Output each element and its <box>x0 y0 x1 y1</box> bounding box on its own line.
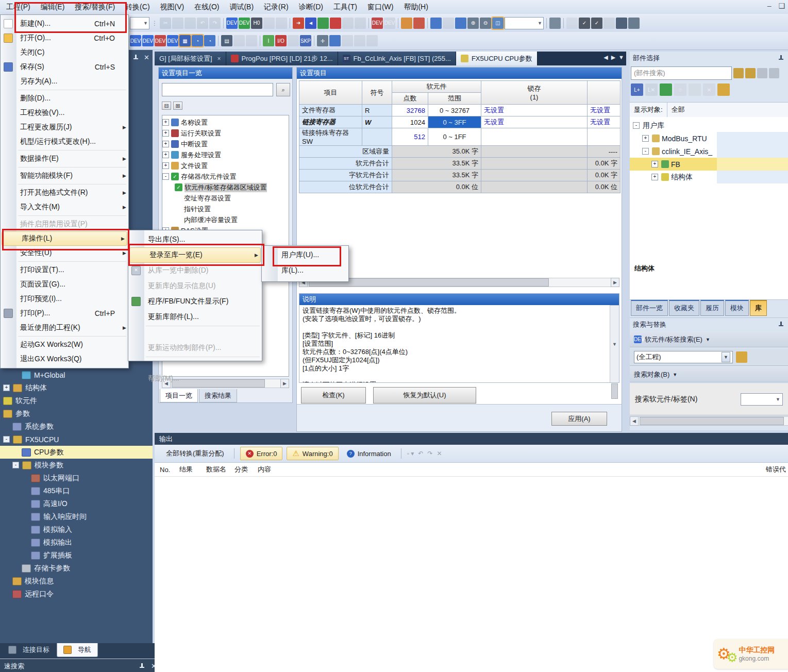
setting-tree-item[interactable]: + 文件设置 <box>162 160 289 171</box>
device-entry1-icon[interactable]: DEV <box>130 35 141 46</box>
tab-navigation[interactable]: 导航 <box>57 643 98 657</box>
toolbar-icon[interactable] <box>563 18 564 28</box>
menu-print-preview[interactable]: 打印预览(I)... <box>1 292 128 306</box>
cross-reference-icon[interactable] <box>413 18 425 29</box>
menu-page-setup[interactable]: 页面设置(G)... <box>1 277 128 292</box>
nav-fx5ucpu[interactable]: - FX5UCPU <box>0 433 153 446</box>
search-device-combo[interactable]: ▼ <box>741 393 783 406</box>
clock-setting1-icon[interactable]: ◔ <box>192 35 203 46</box>
folder-icon[interactable] <box>689 83 701 96</box>
edit-test-icon[interactable]: I <box>263 35 274 46</box>
capture-icon[interactable] <box>549 18 561 29</box>
device-entry2-icon[interactable]: DEV <box>142 35 154 46</box>
menu-project[interactable]: 工程(P) <box>1 1 36 13</box>
redo-icon[interactable]: ↷ <box>209 18 221 29</box>
nav-system-parameter[interactable]: 系统参数 <box>0 420 153 433</box>
nav-analog-input[interactable]: 模拟输入 <box>0 523 153 536</box>
zoom-level-combo[interactable]: ▼ <box>505 17 544 29</box>
search-mode-row[interactable]: DEV 软元件/标签搜索(E)▼ <box>630 332 788 347</box>
menu-open-other-format[interactable]: 打开其他格式文件(R) ▶ <box>1 186 128 200</box>
error-filter-button[interactable]: ✕ Error:0 <box>240 447 283 460</box>
nav-remote-password[interactable]: 远程口令 <box>0 587 153 600</box>
menu-convert[interactable]: 转换(C) <box>120 1 155 13</box>
setting-tree-item[interactable]: 指针设置 <box>162 204 289 214</box>
toolbar-icon[interactable] <box>368 18 369 28</box>
device-entry4-icon[interactable]: DEV <box>167 35 178 46</box>
maximize-button[interactable]: ❑ <box>778 2 785 10</box>
tab-fx5ucpu-cpu-param[interactable]: FX5UCPU CPU参数 <box>456 52 538 65</box>
collapse-all-icon[interactable]: ⊟ <box>162 102 171 110</box>
submenu-update-library-display-info[interactable]: 更新库的显示信息(U) <box>128 278 262 294</box>
find-next-icon[interactable] <box>733 68 744 78</box>
menu-view[interactable]: 视图(V) <box>155 1 190 13</box>
menu-diagnostics[interactable]: 诊断(D) <box>294 1 328 13</box>
submenu-update-library-parts[interactable]: 更新库部件(L)... <box>128 309 262 325</box>
monitor-find-icon[interactable] <box>329 35 341 46</box>
device-monitor-icon[interactable]: DEV <box>239 18 250 29</box>
toolbar-icon[interactable] <box>546 18 547 28</box>
export-library-icon[interactable] <box>717 83 730 96</box>
description-vscrollbar[interactable]: ▲ ▼ <box>610 305 619 382</box>
read-from-plc-icon[interactable]: ➜ <box>293 18 304 29</box>
setting-tree-item[interactable]: + 运行关联设置 <box>162 128 289 139</box>
gray-tool3-icon[interactable] <box>342 35 353 46</box>
menu-search-replace[interactable]: 搜索/替换(F) <box>70 1 120 13</box>
nav-cpu-parameter[interactable]: CPU参数 <box>0 446 153 459</box>
device-gray2-icon[interactable] <box>276 18 287 29</box>
convert-all-button[interactable]: 全部转换(重新分配) <box>162 447 228 460</box>
tree-structure[interactable]: + 结构体 <box>630 171 788 183</box>
menu-debug[interactable]: 调试(B) <box>224 1 259 13</box>
tab-connection-destination[interactable]: 连接目标 <box>2 643 56 657</box>
setting-tree-item[interactable]: - ✓ 存储器/软元件设置 <box>162 171 289 182</box>
import-library-icon[interactable] <box>660 83 672 96</box>
information-filter-button[interactable]: ? Information <box>343 447 395 460</box>
device-batch-icon[interactable]: DEV <box>372 18 383 29</box>
delete-element-icon[interactable]: L✕ <box>645 83 658 96</box>
table-row[interactable]: 链接寄存器W 10240 ~ 3FF 无设置无设置 <box>299 116 621 128</box>
submenu-update-motion-parts[interactable]: 更新运动控制部件(P)... <box>128 340 262 356</box>
device-skip-icon[interactable]: SKP <box>300 35 311 46</box>
toolbar-icon[interactable] <box>260 36 260 46</box>
toolbar-icon[interactable] <box>398 18 398 28</box>
tab-progpou[interactable]: ProgPou [PRG] [LD] 21步 12... <box>226 52 338 65</box>
remove-icon[interactable]: ✕ <box>703 83 715 96</box>
screen1-icon[interactable] <box>430 18 442 29</box>
tab-module[interactable]: 模块 <box>725 300 749 316</box>
menu-help[interactable]: 帮助(H) <box>398 1 433 13</box>
gray-tool2-icon[interactable] <box>246 35 257 46</box>
nav-high-speed-io[interactable]: 高速I/O <box>0 497 153 510</box>
submenu-register-to-library-list[interactable]: 登录至库一览(E) ▶ <box>129 247 261 263</box>
toolbar-icon[interactable] <box>223 18 224 28</box>
tab-library[interactable]: 库 <box>750 300 767 316</box>
menu-edit[interactable]: 编辑(E) <box>36 1 70 13</box>
tree-modbus-rtu[interactable]: + ModBus_RTU <box>630 132 788 145</box>
monitor-write-icon[interactable] <box>616 18 627 29</box>
comment-display-icon[interactable] <box>401 18 412 29</box>
menu-recent-projects[interactable]: 最近使用的工程(K) ▶ <box>1 321 128 335</box>
menu-item[interactable] <box>128 325 262 340</box>
apply-button[interactable]: 应用(A) <box>551 412 607 426</box>
minimize-button[interactable]: – <box>767 2 772 10</box>
zoom-out-icon[interactable]: ⊖ <box>480 18 491 29</box>
gear-gray-icon[interactable] <box>288 35 299 46</box>
menu-save[interactable]: 保存(S) Ctrl+S <box>1 60 128 74</box>
search-scope-combo[interactable]: (全工程)▼ <box>634 351 733 363</box>
cut-icon[interactable]: ✂ <box>160 18 171 29</box>
gray-tool1-icon[interactable] <box>233 35 245 46</box>
find-gray1-icon[interactable] <box>342 18 354 29</box>
search-binoculars-icon[interactable]: ⌕ <box>276 83 290 96</box>
submenu-user-library[interactable]: 用户库(U)... <box>262 247 348 263</box>
menu-new[interactable]: 新建(N)... Ctrl+N <box>1 16 128 31</box>
menu-tools[interactable]: 工具(T) <box>328 1 362 13</box>
warning-filter-button[interactable]: ⚠ Warning:0 <box>287 447 338 460</box>
gray-tool4-icon[interactable] <box>354 35 365 46</box>
tree-fb-folder[interactable]: + FB <box>630 158 788 171</box>
document-icon[interactable]: ▤ <box>221 35 232 46</box>
pin-icon[interactable] <box>133 55 139 60</box>
toolbar-icon[interactable] <box>427 18 428 28</box>
menu-library-operation[interactable]: 库操作(L) ▶ <box>2 231 127 246</box>
bars-gray-icon[interactable] <box>603 18 615 29</box>
menu-data-operation[interactable]: 数据操作(E) ▶ <box>1 152 128 166</box>
tab-scroll-right-icon[interactable]: ▶ <box>611 54 615 61</box>
menu-open[interactable]: 打开(O)... Ctrl+O <box>1 31 128 45</box>
